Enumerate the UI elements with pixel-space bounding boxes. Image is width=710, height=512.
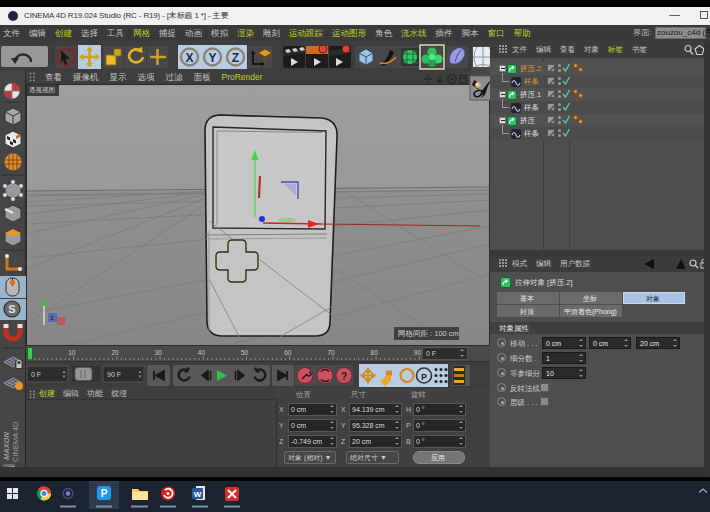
svg-text:?: ? <box>341 371 347 382</box>
svg-text:S: S <box>8 303 15 315</box>
svg-text:网格间距 : 100 cm: 网格间距 : 100 cm <box>398 329 459 338</box>
svg-text:0 F: 0 F <box>31 371 41 378</box>
svg-text:P: P <box>421 372 427 382</box>
svg-text:Z: Z <box>232 51 239 65</box>
svg-text:z: z <box>50 314 54 321</box>
svg-text:P: P <box>101 488 108 499</box>
svg-text:W: W <box>194 490 202 499</box>
svg-text:Y: Y <box>208 51 216 65</box>
svg-text:y: y <box>42 297 46 305</box>
svg-text:90 F: 90 F <box>107 371 121 378</box>
svg-text:X: X <box>185 51 193 65</box>
